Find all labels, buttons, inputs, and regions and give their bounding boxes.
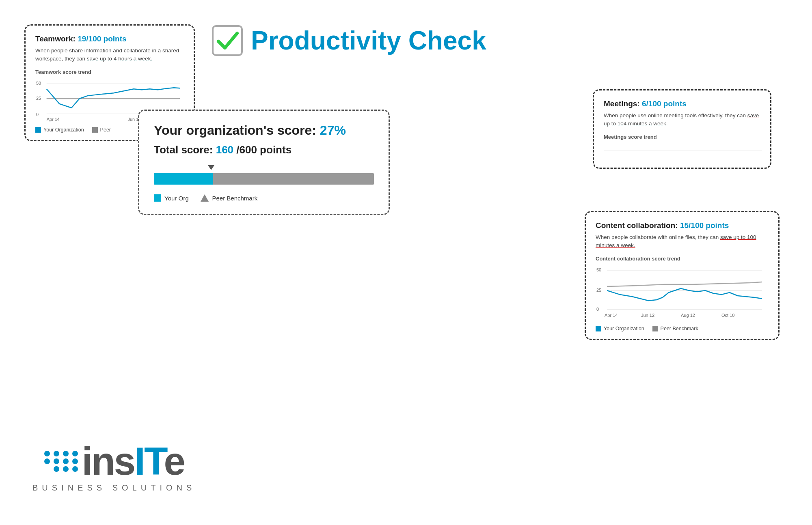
svg-text:0: 0	[36, 112, 39, 116]
svg-text:50: 50	[36, 81, 41, 86]
content-desc: When people collaborate with online file…	[596, 233, 769, 250]
svg-text:25: 25	[596, 288, 601, 293]
teamwork-title: Teamwork: 19/100 points	[35, 34, 184, 43]
peer-triangle	[201, 194, 209, 202]
progress-bar-fill	[154, 173, 213, 185]
legend-org: Your Organization	[35, 127, 84, 133]
svg-text:Apr 14: Apr 14	[605, 313, 618, 318]
content-legend-peer: Peer Benchmark	[652, 326, 698, 331]
peer-color-swatch	[92, 127, 98, 133]
org-square	[154, 194, 161, 202]
content-legend-org: Your Organization	[596, 326, 644, 331]
teamwork-chart-label: Teamwork score trend	[35, 69, 184, 75]
header-area: Productivity Check	[211, 24, 486, 57]
score-legend-peer: Peer Benchmark	[201, 194, 257, 202]
svg-text:Aug 12: Aug 12	[681, 313, 695, 318]
progress-bar-bg	[154, 173, 374, 185]
content-card: Content collaboration: 15/100 points Whe…	[585, 211, 780, 340]
meetings-chart-stub	[604, 142, 762, 159]
svg-text:25: 25	[36, 96, 41, 101]
content-chart: 50 25 0 Apr 14 Jun 12 Aug 12 Oct 10	[596, 264, 766, 321]
progress-section	[154, 164, 374, 185]
svg-text:Apr 14: Apr 14	[47, 117, 60, 122]
meetings-desc: When people use online meeting tools eff…	[604, 112, 760, 128]
check-icon	[211, 24, 244, 57]
score-legend-org: Your Org	[154, 194, 188, 202]
org-score: Your organization's score: 27%	[154, 123, 374, 138]
progress-indicator	[154, 164, 374, 172]
page-title: Productivity Check	[251, 26, 486, 56]
content-peer-swatch	[652, 326, 658, 331]
svg-text:0: 0	[596, 307, 599, 312]
meetings-card: Meetings: 6/100 points When people use o…	[593, 89, 771, 169]
score-legend: Your Org Peer Benchmark	[154, 194, 374, 202]
logo-text: insITe	[82, 442, 184, 481]
logo-area: insITe BUSINESS SOLUTIONS	[32, 442, 196, 493]
content-title: Content collaboration: 15/100 points	[596, 221, 769, 230]
score-card: Your organization's score: 27% Total sco…	[138, 110, 390, 215]
content-org-swatch	[596, 326, 601, 331]
svg-text:50: 50	[596, 267, 601, 272]
logo-dots	[44, 451, 80, 472]
total-score: Total score: 160 /600 points	[154, 144, 374, 156]
meetings-chart-label: Meetings score trend	[604, 134, 760, 140]
meetings-title: Meetings: 6/100 points	[604, 99, 760, 108]
svg-text:Oct 10: Oct 10	[721, 313, 734, 318]
legend-peer: Peer	[92, 127, 111, 133]
teamwork-desc: When people share information and collab…	[35, 47, 184, 63]
logo-container: insITe	[44, 442, 184, 481]
org-color-swatch	[35, 127, 41, 133]
indicator-arrow	[208, 165, 214, 170]
svg-text:Jun 12: Jun 12	[641, 313, 654, 318]
content-chart-label: Content collaboration score trend	[596, 256, 769, 262]
logo-subtitle: BUSINESS SOLUTIONS	[32, 483, 196, 493]
content-legend: Your Organization Peer Benchmark	[596, 326, 769, 331]
